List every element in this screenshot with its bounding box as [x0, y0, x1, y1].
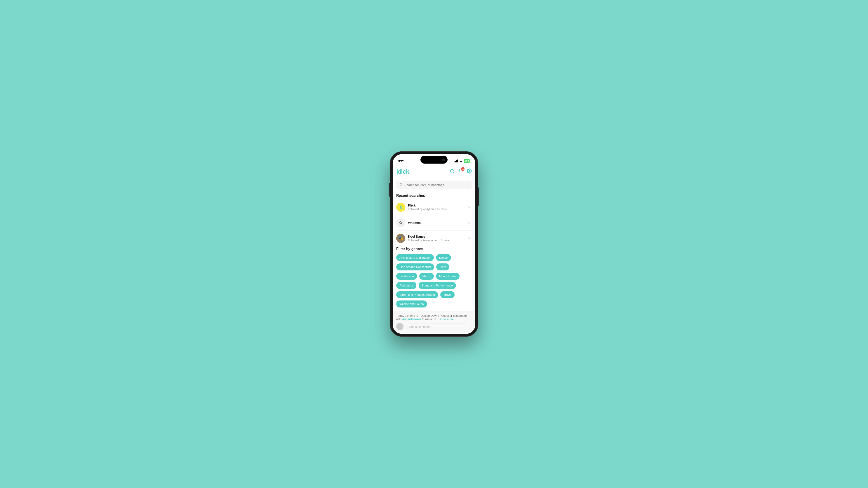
wifi-icon: ▲ — [459, 159, 463, 163]
divider-1 — [396, 215, 472, 215]
genres-grid: Architecture and interior Dance Fine Art… — [396, 254, 472, 307]
comment-input[interactable]: Add a comment... — [406, 324, 472, 330]
svg-line-1 — [453, 172, 454, 173]
genre-travel[interactable]: Travel — [440, 291, 455, 298]
notification-count: 11 — [461, 167, 465, 171]
divider-2 — [396, 230, 472, 231]
settings-button[interactable] — [467, 168, 472, 175]
notifications-button[interactable]: 11 — [458, 168, 463, 175]
search-item-memes[interactable]: #memes ✕ — [393, 216, 475, 230]
svg-line-4 — [402, 185, 402, 186]
volume-button — [389, 183, 390, 197]
genre-street[interactable]: Street and Photojournalism — [396, 291, 438, 298]
power-button — [478, 188, 479, 205]
genre-macro[interactable]: Macro — [419, 273, 434, 280]
bottom-text: Today's theme is - Upside Down: Post you… — [396, 314, 472, 321]
status-icons: ▲ 100 — [454, 159, 470, 163]
status-bar: 3:21 ▲ 100 — [393, 154, 475, 165]
camera-dot — [442, 158, 445, 161]
genre-wildlife[interactable]: Wildlife and Fauna — [396, 300, 427, 307]
genre-portraiture[interactable]: Portraiture — [396, 282, 416, 289]
genre-fine-art[interactable]: Fine Art and Conceptual — [396, 263, 434, 270]
dancer-subtitle: Followed by iamamemer + 3 more — [408, 239, 464, 242]
bottom-content: Today's theme is - Upside Down: Post you… — [393, 311, 475, 333]
hashtag-link[interactable]: #upsidedown — [402, 318, 421, 321]
genre-dance[interactable]: Dance — [436, 254, 451, 261]
close-dancer[interactable]: ✕ — [467, 235, 472, 241]
search-container — [393, 178, 475, 192]
hashtag-icon-wrapper — [396, 218, 405, 227]
genre-landscape[interactable]: Landscape — [396, 273, 417, 280]
genre-stage[interactable]: Stage and Performance — [418, 282, 456, 289]
memes-name: #memes — [408, 221, 464, 225]
klick-subtitle: Followed by AndyLau + 15 more — [408, 207, 464, 211]
genre-monochrome[interactable]: Monochrome — [436, 273, 460, 280]
klick-info: Klick Followed by AndyLau + 15 more — [408, 203, 464, 211]
show-more-button[interactable]: show more — [439, 318, 454, 321]
status-time: 3:21 — [398, 159, 405, 163]
genre-architecture[interactable]: Architecture and interior — [396, 254, 434, 261]
phone-frame: 3:21 ▲ 100 klick — [390, 151, 478, 337]
phone-screen: 3:21 ▲ 100 klick — [393, 154, 475, 334]
signal-bar-2 — [455, 161, 456, 162]
app-logo: klick — [396, 168, 409, 175]
recent-searches-title: Recent searches — [393, 192, 475, 200]
dynamic-island — [421, 156, 447, 164]
search-icon — [399, 183, 403, 187]
svg-line-6 — [401, 223, 402, 224]
battery-indicator: 100 — [464, 159, 470, 163]
close-klick[interactable]: ✕ — [467, 204, 472, 210]
genres-section: Filter by genres Architecture and interi… — [393, 245, 475, 311]
close-memes[interactable]: ✕ — [467, 220, 472, 226]
avatar-dancer: 🎭 — [396, 234, 405, 243]
search-input[interactable] — [404, 183, 469, 187]
memes-info: #memes — [408, 221, 464, 225]
avatar-klick: k — [396, 203, 405, 212]
search-item-dancer[interactable]: 🎭 Kool Dancer Followed by iamamemer + 3 … — [393, 232, 475, 245]
search-item-klick[interactable]: k Klick Followed by AndyLau + 15 more ✕ — [393, 200, 475, 214]
dancer-name: Kool Dancer — [408, 235, 464, 238]
dancer-info: Kool Dancer Followed by iamamemer + 3 mo… — [408, 235, 464, 242]
search-button[interactable] — [450, 168, 455, 175]
signal-bar-3 — [456, 160, 457, 162]
genres-title: Filter by genres — [396, 247, 472, 251]
app-header: klick 11 — [393, 165, 475, 178]
signal-bar-1 — [454, 162, 455, 162]
comment-row: Add a comment... — [396, 323, 472, 330]
search-input-wrapper[interactable] — [396, 181, 472, 189]
genre-flora[interactable]: Flora — [436, 263, 450, 270]
signal-icon — [454, 159, 458, 162]
bottom-text-suffix: to win a 32... — [422, 318, 438, 321]
svg-point-2 — [469, 170, 470, 172]
comment-avatar — [396, 323, 403, 330]
main-content: Recent searches k Klick Followed by Andy… — [393, 178, 475, 334]
signal-bar-4 — [457, 160, 458, 162]
header-icons: 11 — [450, 168, 472, 175]
klick-name: Klick — [408, 203, 464, 207]
